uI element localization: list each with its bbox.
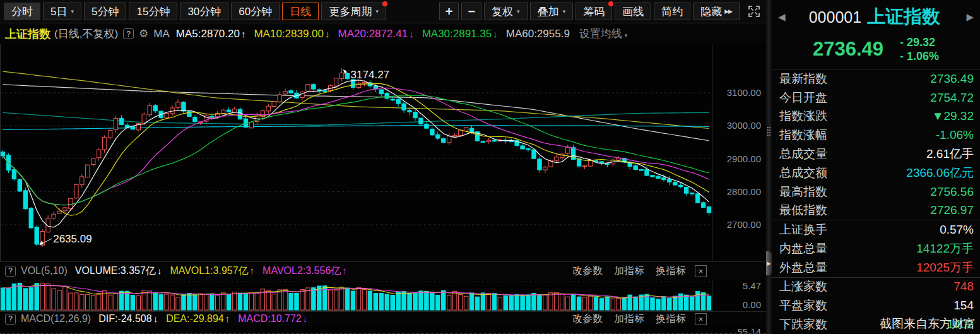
- period-tab-30分钟[interactable]: 30分钟: [180, 3, 228, 20]
- chevron-down-icon: ▾: [375, 8, 379, 15]
- fullscreen-icon[interactable]: [746, 3, 762, 20]
- ma-values: MA5:2870.20↑MA10:2839.00↓MA20:2872.41↓MA…: [176, 28, 578, 40]
- period-tab-更多周期[interactable]: 更多周期▾: [321, 3, 386, 20]
- period-tab-15分钟[interactable]: 15分钟: [129, 3, 177, 20]
- close-icon[interactable]: ×: [695, 313, 707, 325]
- stock-name: 上证指数: [867, 4, 940, 30]
- quote-row-label: 平盘家数: [779, 297, 827, 314]
- close-icon[interactable]: ×: [695, 265, 707, 277]
- button-label: 筹码: [583, 4, 605, 19]
- help-icon[interactable]: ?: [5, 266, 16, 277]
- indicator-value: MA60:2955.9: [506, 28, 570, 40]
- button-label: 叠加: [538, 4, 559, 19]
- macd-header: ? MACD(12,26,9) DIF:-24.508↓DEA:-29.894↑…: [0, 311, 766, 326]
- down-arrow-icon: ↓: [409, 28, 414, 39]
- down-arrow-icon: ↓: [325, 28, 330, 39]
- quote-row-value: 12025万手: [916, 259, 974, 276]
- action-改参数[interactable]: 改参数: [572, 265, 603, 278]
- tool-button-+[interactable]: +: [439, 3, 459, 20]
- tool-button-复权[interactable]: 复权▾: [484, 3, 528, 20]
- panel-divider[interactable]: ▶: [766, 0, 772, 334]
- action-换指标[interactable]: 换指标: [656, 313, 686, 326]
- price-change: - 29.32 - 1.06%: [900, 35, 939, 63]
- chevron-down-icon: ▾: [563, 8, 566, 15]
- quote-row-value: 2.61亿手: [926, 146, 974, 162]
- quote-row: 今日开盘2754.72: [772, 88, 980, 107]
- tool-button-简约[interactable]: 简约: [654, 3, 690, 20]
- volume-actions: 改参数加指标换指标: [572, 265, 686, 278]
- stock-code: 000001: [809, 8, 861, 27]
- quote-row-value: ▼29.32: [932, 109, 974, 123]
- gear-icon[interactable]: ⚙: [139, 27, 148, 40]
- indicator-value: DIF:-24.508↓: [98, 313, 158, 325]
- macd-pane[interactable]: 55.14: [0, 326, 766, 334]
- indicator-value: DEA:-29.894↑: [166, 313, 230, 325]
- action-加指标[interactable]: 加指标: [614, 265, 644, 278]
- button-label: −: [468, 4, 475, 19]
- volume-scale-min: 0.00: [743, 299, 761, 310]
- ma-settings-label: 设置均线: [579, 28, 622, 40]
- svg-text:2635.09: 2635.09: [53, 233, 92, 245]
- quote-header: ◀ 000001 上证指数 ▶ 2736.49 - 29.32 - 1.06%: [772, 0, 980, 69]
- period-tab-5分钟[interactable]: 5分钟: [84, 3, 126, 20]
- svg-text:2700.00: 2700.00: [727, 219, 761, 230]
- volume-pane[interactable]: 5.47 0.00: [0, 280, 766, 311]
- indicator-value: MACD:10.772↓: [238, 313, 307, 325]
- quote-row-value: 2726.97: [930, 203, 974, 217]
- divider-grip-icon[interactable]: [767, 126, 771, 136]
- quote-row-value: 748: [953, 280, 974, 294]
- candlestick-chart[interactable]: 3100.003000.002900.002800.002700.003174.…: [0, 44, 766, 261]
- macd-actions: 改参数加指标换指标: [572, 313, 686, 326]
- tool-button-画线[interactable]: 画线: [615, 3, 651, 20]
- indicator-value: MA5:2870.20↑: [176, 28, 246, 40]
- indicator-header: 上证指数 (日线,不复权) ? ⚙ MA MA5:2870.20↑MA10:28…: [0, 23, 766, 44]
- macd-indicator-name: MACD(12,26,9): [21, 313, 91, 325]
- quote-row: 最新指数2736.49: [772, 69, 980, 88]
- down-arrow-icon: ↓: [157, 265, 162, 276]
- button-label: +: [446, 4, 453, 19]
- quote-row-value: 2756.56: [930, 185, 974, 199]
- fullscreen-glyph: [748, 6, 760, 17]
- quote-price-row: 2736.49 - 29.32 - 1.06%: [777, 35, 975, 63]
- quote-panel: ◀ 000001 上证指数 ▶ 2736.49 - 29.32 - 1.06% …: [772, 0, 980, 334]
- indicator-value: MAVOL2:3.556亿↑: [263, 265, 347, 278]
- quote-row-label: 上证换手: [779, 222, 827, 238]
- button-label: 简约: [661, 4, 683, 19]
- quote-row: 内盘总量14122万手: [772, 239, 980, 258]
- up-arrow-icon: ↑: [250, 265, 255, 276]
- collapse-arrow-icon[interactable]: ▶: [766, 251, 772, 275]
- tool-button-−[interactable]: −: [461, 3, 481, 20]
- help-icon[interactable]: ?: [5, 314, 16, 325]
- period-tab-分时[interactable]: 分时: [4, 3, 40, 20]
- period-tab-5日[interactable]: 5日▾: [43, 3, 81, 20]
- macd-values: DIF:-24.508↓DEA:-29.894↑MACD:10.772↓: [98, 313, 316, 325]
- tool-button-筹码[interactable]: 筹码: [576, 3, 612, 20]
- notification-dot: [382, 1, 387, 6]
- quote-row-label: 外盘总量: [779, 259, 827, 276]
- ma-settings-button[interactable]: 设置均线▾: [579, 27, 628, 41]
- button-label: 复权: [492, 4, 513, 19]
- tool-group: +−复权▾叠加▾筹码画线简约隐藏▶▶: [439, 3, 762, 20]
- volume-header: ? VOL(5,10) VOLUME:3.357亿↓MAVOL1:3.957亿↑…: [0, 261, 766, 280]
- prev-stock-arrow-icon[interactable]: ◀: [777, 11, 787, 23]
- action-加指标[interactable]: 加指标: [614, 313, 644, 326]
- tool-button-隐藏[interactable]: 隐藏▶▶: [693, 3, 740, 20]
- next-stock-arrow-icon[interactable]: ▶: [965, 11, 975, 23]
- button-label: 5日: [50, 4, 67, 19]
- button-label: 更多周期: [329, 4, 372, 19]
- tool-button-叠加[interactable]: 叠加▾: [530, 3, 574, 20]
- help-icon[interactable]: ?: [123, 28, 134, 39]
- quote-row-label: 最新指数: [779, 71, 827, 87]
- quote-row: 上涨家数748: [772, 278, 980, 297]
- period-tab-60分钟[interactable]: 60分钟: [231, 3, 280, 20]
- quote-row-label: 指数涨幅: [779, 127, 827, 143]
- volume-scale-max: 5.47: [743, 280, 761, 291]
- down-arrow-icon: ↓: [303, 313, 308, 324]
- action-改参数[interactable]: 改参数: [572, 313, 603, 326]
- period-tab-日线[interactable]: 日线: [282, 3, 319, 20]
- indicator-value: MAVOL1:3.957亿↑: [170, 265, 254, 278]
- action-换指标[interactable]: 换指标: [656, 265, 686, 278]
- svg-text:2900.00: 2900.00: [727, 153, 761, 164]
- change-value: - 29.32: [900, 35, 939, 49]
- button-label: 画线: [622, 4, 644, 19]
